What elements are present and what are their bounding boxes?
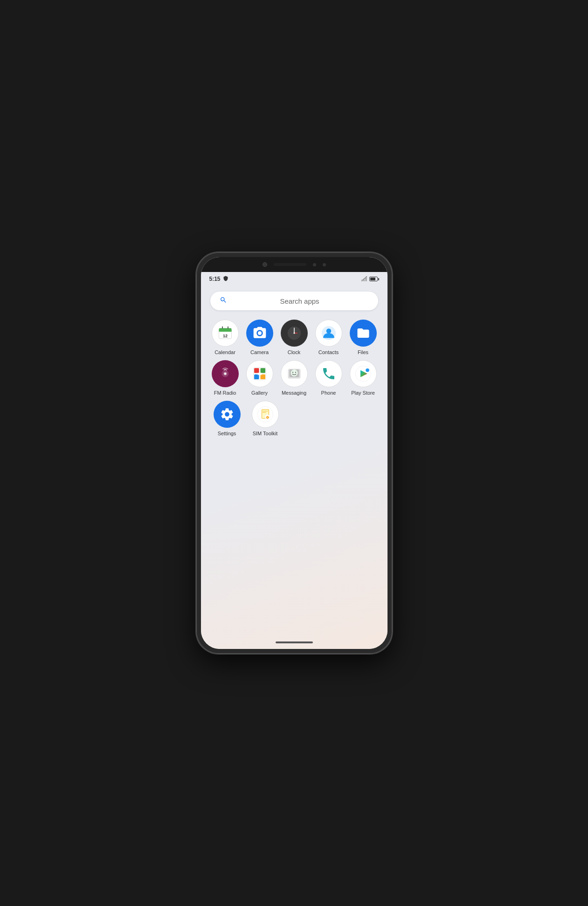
clock-label: Clock bbox=[288, 349, 301, 355]
app-item-phone[interactable]: Phone bbox=[314, 360, 344, 396]
fmradio-icon bbox=[212, 360, 239, 387]
phone-device: 5:15 bbox=[196, 252, 392, 654]
gallery-label: Gallery bbox=[251, 390, 268, 396]
calendar-icon: 12 bbox=[212, 320, 239, 347]
time-display: 5:15 bbox=[209, 276, 221, 282]
clock-icon bbox=[281, 320, 308, 347]
app-row-1: FM Radio GO bbox=[210, 360, 378, 396]
svg-point-36 bbox=[291, 369, 297, 376]
messaging-label: Messaging bbox=[282, 390, 306, 396]
fmradio-label: FM Radio bbox=[214, 390, 236, 396]
search-icon bbox=[220, 296, 227, 306]
app-item-files[interactable]: Files bbox=[348, 320, 378, 355]
camera-label: Camera bbox=[250, 349, 269, 355]
svg-point-15 bbox=[293, 332, 295, 334]
app-item-messaging[interactable]: Messaging bbox=[279, 360, 309, 396]
svg-rect-3 bbox=[361, 279, 363, 281]
svg-point-17 bbox=[326, 328, 331, 334]
app-item-fmradio[interactable]: FM Radio bbox=[210, 360, 240, 396]
playstore-icon bbox=[350, 360, 377, 387]
settings-label: Settings bbox=[218, 431, 236, 437]
svg-rect-1 bbox=[365, 277, 367, 281]
speaker bbox=[274, 263, 306, 266]
svg-rect-44 bbox=[263, 412, 266, 413]
svg-text:GO: GO bbox=[257, 372, 262, 376]
search-bar[interactable]: Search apps bbox=[210, 292, 378, 310]
svg-point-10 bbox=[258, 331, 262, 335]
app-item-settings[interactable]: Settings bbox=[210, 401, 244, 437]
svg-rect-6 bbox=[219, 330, 231, 332]
app-item-playstore[interactable]: Play Store bbox=[348, 360, 378, 396]
sensor2 bbox=[323, 263, 326, 266]
simtoolkit-label: SIM Toolkit bbox=[253, 431, 278, 437]
files-icon bbox=[350, 320, 377, 347]
app-item-gallery[interactable]: GO Gallery bbox=[245, 360, 275, 396]
app-item-contacts[interactable]: Contacts bbox=[314, 320, 344, 355]
calendar-label: Calendar bbox=[214, 349, 235, 355]
status-bar: 5:15 bbox=[201, 272, 387, 285]
app-drawer-screen: 5:15 bbox=[201, 272, 387, 649]
phone-top-hardware bbox=[201, 257, 387, 272]
search-placeholder: Search apps bbox=[231, 297, 369, 305]
front-camera bbox=[263, 262, 267, 267]
svg-rect-43 bbox=[263, 411, 268, 412]
status-right bbox=[361, 275, 379, 283]
app-item-simtoolkit[interactable]: SIM Toolkit bbox=[249, 401, 282, 437]
simtoolkit-icon bbox=[252, 401, 279, 428]
battery-icon bbox=[369, 277, 379, 281]
app-grid: 12 Calendar Camera bbox=[201, 315, 387, 636]
svg-point-21 bbox=[224, 373, 226, 375]
status-left: 5:15 bbox=[209, 276, 228, 283]
contacts-icon bbox=[315, 320, 342, 347]
phone-icon bbox=[315, 360, 342, 387]
svg-text:12: 12 bbox=[222, 334, 227, 338]
contacts-label: Contacts bbox=[318, 349, 339, 355]
app-item-camera[interactable]: Camera bbox=[245, 320, 275, 355]
svg-rect-2 bbox=[363, 278, 365, 281]
settings-icon bbox=[214, 401, 241, 428]
camera-icon bbox=[246, 320, 273, 347]
gallery-icon: GO bbox=[246, 360, 273, 387]
playstore-label: Play Store bbox=[351, 390, 375, 396]
phone-label: Phone bbox=[321, 390, 336, 396]
files-label: Files bbox=[358, 349, 368, 355]
svg-point-37 bbox=[292, 372, 293, 373]
messaging-icon bbox=[281, 360, 308, 387]
svg-point-38 bbox=[295, 372, 296, 373]
app-row-0: 12 Calendar Camera bbox=[210, 320, 378, 355]
svg-point-40 bbox=[366, 369, 369, 372]
phone-screen-container: 5:15 bbox=[201, 257, 387, 649]
app-item-calendar[interactable]: 12 Calendar bbox=[210, 320, 240, 355]
home-indicator bbox=[276, 641, 313, 643]
sensor bbox=[313, 263, 316, 266]
app-item-clock[interactable]: Clock bbox=[279, 320, 309, 355]
shield-icon bbox=[223, 276, 228, 283]
home-bar bbox=[201, 636, 387, 649]
signal-icon bbox=[361, 275, 367, 283]
app-row-2: Settings bbox=[210, 401, 378, 437]
search-container: Search apps bbox=[201, 285, 387, 315]
